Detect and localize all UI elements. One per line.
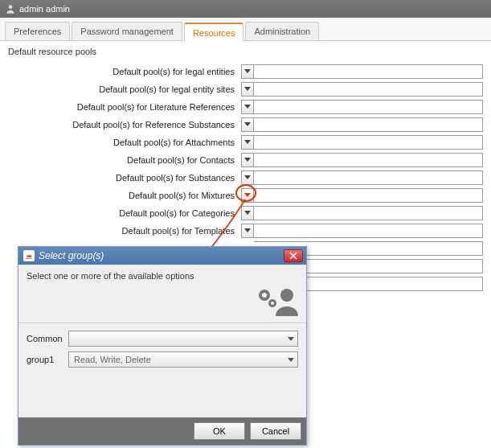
svg-marker-4 [244,122,251,126]
pool-dropdown-substances[interactable] [241,171,254,185]
pool-label: Default pool(s) for legal entities [8,67,241,76]
pool-field[interactable] [254,100,483,114]
chevron-down-icon [244,228,251,233]
dialog-row-common: Common [27,331,298,347]
pool-row-literature-references: Default pool(s) for Literature Reference… [8,99,483,115]
chevron-down-icon [244,87,251,92]
user-icon [5,3,16,14]
pool-row-attachments: Default pool(s) for Attachments [8,134,483,150]
pool-row-contacts: Default pool(s) for Contacts [8,152,483,168]
chevron-down-icon [244,69,251,74]
chevron-down-icon [244,158,251,162]
chevron-down-icon [244,175,251,180]
svg-marker-8 [244,193,251,197]
ok-button[interactable]: OK [194,422,245,440]
dialog-hero-icon [27,286,298,316]
pool-label: Default pool(s) for Mixtures [8,191,241,200]
dialog-row-label: group1 [27,355,68,364]
dialog-titlebar[interactable]: Select group(s) [18,247,306,265]
dialog-close-button[interactable] [284,249,303,262]
chevron-down-icon [244,193,251,198]
chevron-down-icon [244,105,251,109]
tab-password-management[interactable]: Password management [72,22,182,40]
close-icon [289,252,297,260]
pool-dropdown-reference-substances[interactable] [241,117,254,132]
pool-label: Default pool(s) for Categories [8,208,241,218]
tab-bar: Preferences Password management Resource… [0,18,491,41]
pool-row-legal-entity-sites: Default pool(s) for legal entity sites [8,81,483,97]
pool-dropdown-categories[interactable] [241,206,254,220]
pool-field[interactable] [254,82,483,97]
pool-dropdown-templates[interactable] [241,224,254,238]
pool-field[interactable] [254,153,483,167]
svg-marker-16 [288,337,294,341]
user-label: admin admin [19,4,70,14]
pool-row-legal-entities: Default pool(s) for legal entities [8,64,483,80]
pool-row-reference-substances: Default pool(s) for Reference Substances [8,117,483,133]
dialog-hint: Select one or more of the available opti… [27,271,298,281]
pool-field[interactable] [254,188,483,203]
pool-dropdown-literature-references[interactable] [241,100,254,114]
tab-preferences[interactable]: Preferences [5,22,70,40]
pool-field[interactable] [254,224,483,238]
pool-label: Default pool(s) for Templates [8,226,241,236]
dialog-row-group1: group1 Read, Write, Delete [27,351,298,368]
cancel-button[interactable]: Cancel [250,422,301,440]
pool-row-substances: Default pool(s) for Substances [8,170,483,186]
svg-marker-9 [244,211,251,215]
chevron-down-icon [288,334,294,343]
svg-marker-17 [288,358,294,362]
chevron-down-icon [288,355,294,364]
svg-point-14 [271,302,274,305]
pool-label: Default pool(s) for Attachments [8,138,241,147]
pool-row-templates: Default pool(s) for Templates [8,223,483,239]
svg-marker-1 [244,69,251,73]
pool-label: Default pool(s) for legal entity sites [8,84,241,94]
dialog-body: Select one or more of the available opti… [18,265,306,417]
pool-label: Default pool(s) for Literature Reference… [8,102,241,112]
dialog-row-label: Common [27,334,68,343]
select-groups-dialog: Select group(s) Select one or more of th… [18,246,307,446]
pool-field[interactable] [254,206,483,220]
dialog-button-bar: OK Cancel [18,417,306,445]
common-select[interactable] [68,331,298,347]
pool-label: Default pool(s) for Reference Substances [8,120,241,129]
pool-field[interactable] [254,64,483,79]
pool-dropdown-mixtures[interactable] [241,188,254,203]
dialog-title: Select group(s) [39,250,104,261]
tab-administration[interactable]: Administration [245,22,319,40]
svg-marker-2 [244,87,251,91]
pool-row-categories: Default pool(s) for Categories [8,205,483,221]
pool-dropdown-contacts[interactable] [241,153,254,167]
chevron-down-icon [244,140,251,145]
group1-select[interactable]: Read, Write, Delete [68,351,298,368]
pool-row-mixtures: Default pool(s) for Mixtures [8,187,483,203]
svg-marker-3 [244,105,251,109]
pool-dropdown-legal-entities[interactable] [241,64,254,79]
pool-field[interactable] [254,135,483,150]
pool-label: Default pool(s) for Substances [8,173,241,183]
svg-point-0 [9,5,13,9]
user-bar: admin admin [0,0,491,18]
section-title: Default resource pools [0,41,491,62]
svg-marker-10 [244,228,251,232]
pool-dropdown-attachments[interactable] [241,135,254,150]
svg-point-12 [262,293,267,298]
svg-marker-6 [244,158,251,162]
pool-field[interactable] [254,171,483,185]
dialog-separator [18,323,306,324]
svg-point-15 [280,289,293,302]
svg-marker-7 [244,175,251,179]
chevron-down-icon [244,211,251,216]
pool-label: Default pool(s) for Contacts [8,155,241,165]
chevron-down-icon [244,122,251,127]
tab-resources[interactable]: Resources [184,23,244,41]
pool-field[interactable] [254,117,483,132]
group1-select-value: Read, Write, Delete [74,355,151,364]
pool-dropdown-legal-entity-sites[interactable] [241,82,254,97]
java-icon [23,250,35,261]
svg-marker-5 [244,140,251,144]
